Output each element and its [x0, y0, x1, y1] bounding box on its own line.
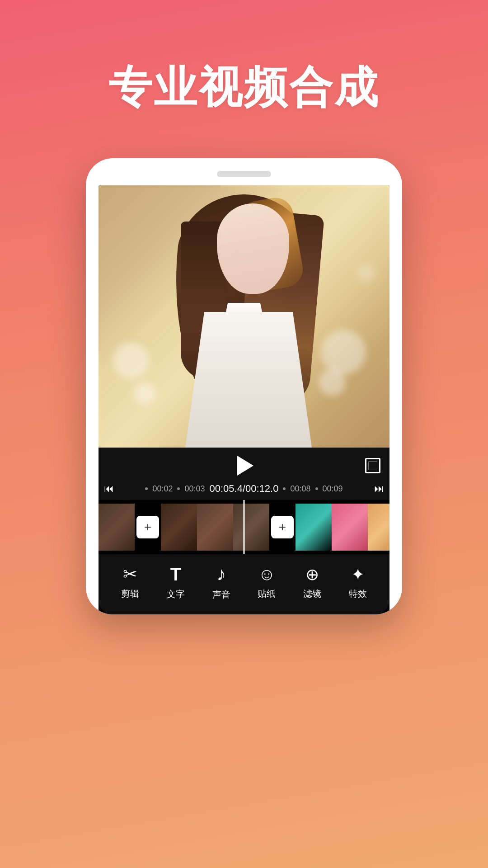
timeline-marker-4	[315, 487, 318, 490]
phone-mockup: ⏮ 00:02 00:03 00:05.4/00:12.0 00:08 00:0…	[86, 158, 402, 614]
tool-filter[interactable]: 滤镜	[303, 565, 321, 600]
clip-1-thumbnail	[99, 504, 135, 551]
timeline-marker-3	[283, 487, 286, 490]
tool-text[interactable]: 文字	[167, 564, 185, 600]
fullscreen-button[interactable]	[365, 458, 380, 473]
play-button[interactable]	[237, 456, 253, 476]
clip-7[interactable]	[368, 504, 389, 551]
marker-time-1: 00:02	[152, 484, 173, 494]
add-clip-button-2[interactable]: +	[271, 516, 294, 538]
clip-2[interactable]	[161, 504, 197, 551]
tool-audio-label: 声音	[212, 589, 230, 601]
clip-3-thumbnail	[197, 504, 233, 551]
timeline-center-line	[244, 500, 245, 554]
clip-1[interactable]	[99, 504, 135, 551]
scissors-icon	[123, 564, 137, 584]
tool-text-label: 文字	[167, 588, 185, 600]
tool-audio[interactable]: 声音	[212, 563, 230, 601]
current-time-display: 00:05.4/00:12.0	[210, 483, 279, 495]
clip-5-thumbnail	[296, 504, 332, 551]
clip-7-thumbnail	[368, 504, 389, 551]
clip-2-thumbnail	[161, 504, 197, 551]
effects-icon	[351, 565, 365, 584]
portrait-figure	[163, 185, 325, 448]
timeline-marker-2	[177, 487, 180, 490]
clip-3[interactable]	[197, 504, 233, 551]
timeline-marker-1	[145, 487, 148, 490]
music-icon	[216, 563, 226, 585]
controls-bar	[99, 448, 389, 480]
tool-cut[interactable]: 剪辑	[121, 564, 139, 600]
tool-sticker[interactable]: 贴纸	[258, 565, 276, 600]
clip-6[interactable]	[332, 504, 368, 551]
tool-effects[interactable]: 特效	[349, 565, 367, 600]
skip-start-icon[interactable]: ⏮	[104, 483, 114, 495]
tool-filter-label: 滤镜	[303, 588, 321, 600]
clip-5[interactable]	[296, 504, 332, 551]
sticker-icon	[258, 565, 276, 584]
skip-end-icon[interactable]: ⏭	[374, 483, 384, 495]
text-icon	[170, 564, 181, 585]
video-background	[99, 185, 389, 448]
thumbnail-strip[interactable]: + +	[99, 500, 389, 554]
filter-icon	[305, 565, 319, 584]
marker-time-3: 00:08	[290, 484, 310, 494]
bottom-toolbar: 剪辑 文字 声音 贴纸 滤镜 特效	[99, 554, 389, 614]
clip-4[interactable]	[233, 504, 269, 551]
add-clip-button-1[interactable]: +	[136, 516, 159, 538]
phone-notch	[217, 171, 271, 177]
timeline-track: 00:02 00:03 00:05.4/00:12.0 00:08 00:09	[117, 483, 371, 495]
marker-time-2: 00:03	[184, 484, 205, 494]
clip-6-thumbnail	[332, 504, 368, 551]
tool-effects-label: 特效	[349, 588, 367, 600]
play-controls-center	[126, 456, 365, 476]
clip-4-thumbnail	[233, 504, 269, 551]
timeline-bar: ⏮ 00:02 00:03 00:05.4/00:12.0 00:08 00:0…	[99, 480, 389, 500]
hero-title: 专业视频合成	[108, 59, 380, 118]
phone-screen: ⏮ 00:02 00:03 00:05.4/00:12.0 00:08 00:0…	[99, 185, 389, 614]
tool-sticker-label: 贴纸	[258, 588, 276, 600]
tool-cut-label: 剪辑	[121, 588, 139, 600]
marker-time-4: 00:09	[323, 484, 343, 494]
video-preview[interactable]	[99, 185, 389, 448]
